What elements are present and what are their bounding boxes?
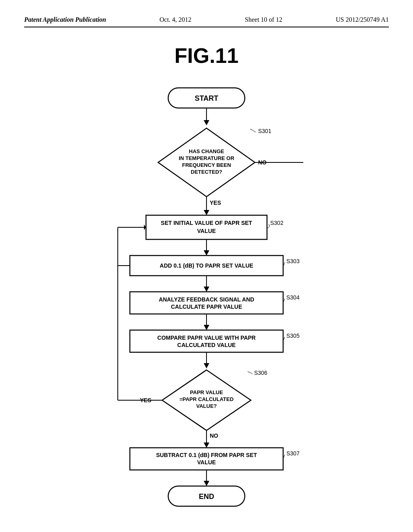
flowchart-diagram: START HAS CHANGE IN TEMPERATURE OR FREQU…	[65, 84, 348, 507]
svg-text:HAS CHANGE: HAS CHANGE	[189, 148, 224, 154]
s302-label: S302	[270, 220, 284, 226]
svg-marker-15	[204, 250, 209, 256]
svg-marker-2	[204, 120, 209, 125]
s307-label: S307	[286, 450, 300, 457]
svg-text:ANALYZE FEEDBACK SIGNAL AND: ANALYZE FEEDBACK SIGNAL AND	[159, 296, 254, 303]
svg-text:SET INITIAL VALUE OF PAPR SET: SET INITIAL VALUE OF PAPR SET	[161, 220, 252, 226]
svg-text:COMPARE PAPR VALUE WITH PAPR: COMPARE PAPR VALUE WITH PAPR	[157, 335, 256, 341]
svg-text:VALUE: VALUE	[197, 459, 216, 466]
svg-text:PAPR VALUE: PAPR VALUE	[190, 389, 223, 395]
svg-rect-29	[130, 330, 283, 352]
s301-label: S301	[258, 128, 271, 134]
svg-marker-10	[204, 210, 209, 215]
s304-label: S304	[286, 294, 300, 301]
svg-marker-23	[204, 287, 209, 292]
no-label-s306: NO	[210, 432, 218, 439]
svg-text:CALCULATED VALUE: CALCULATED VALUE	[177, 342, 236, 348]
s303-label: S303	[286, 258, 300, 264]
svg-text:=PAPR CALCULATED: =PAPR CALCULATED	[179, 396, 234, 402]
patent-number: US 2012/250749 A1	[336, 16, 389, 23]
svg-text:IN TEMPERATURE OR: IN TEMPERATURE OR	[179, 155, 234, 161]
svg-text:CALCULATE PAPR VALUE: CALCULATE PAPR VALUE	[171, 303, 242, 310]
svg-text:SUBTRACT 0.1 (dB) FROM PAPR SE: SUBTRACT 0.1 (dB) FROM PAPR SET	[156, 452, 257, 458]
s305-label: S305	[286, 332, 300, 339]
svg-text:ADD 0.1 (dB) TO PAPR SET VALUE: ADD 0.1 (dB) TO PAPR SET VALUE	[160, 262, 253, 269]
yes-label-s301: YES	[210, 200, 221, 206]
page-header: Patent Application Publication Oct. 4, 2…	[24, 16, 389, 27]
publication-date: Oct. 4, 2012	[159, 16, 191, 23]
svg-text:FREQUENCY BEEN: FREQUENCY BEEN	[182, 162, 231, 168]
s306-label: S306	[254, 370, 267, 376]
svg-marker-41	[204, 443, 209, 448]
svg-text:VALUE: VALUE	[197, 228, 216, 234]
svg-text:DETECTED?: DETECTED?	[191, 169, 222, 175]
svg-marker-46	[204, 481, 209, 486]
end-label: END	[199, 493, 214, 501]
figure-title: FIG.11	[24, 44, 389, 68]
page: Patent Application Publication Oct. 4, 2…	[0, 0, 413, 532]
svg-marker-28	[204, 325, 209, 330]
svg-marker-33	[204, 363, 209, 368]
publication-title: Patent Application Publication	[24, 16, 106, 23]
start-label: START	[195, 94, 219, 102]
svg-rect-24	[130, 292, 283, 314]
sheet-number: Sheet 10 of 12	[245, 16, 282, 23]
svg-rect-11	[146, 215, 267, 239]
svg-text:VALUE?: VALUE?	[196, 403, 217, 409]
